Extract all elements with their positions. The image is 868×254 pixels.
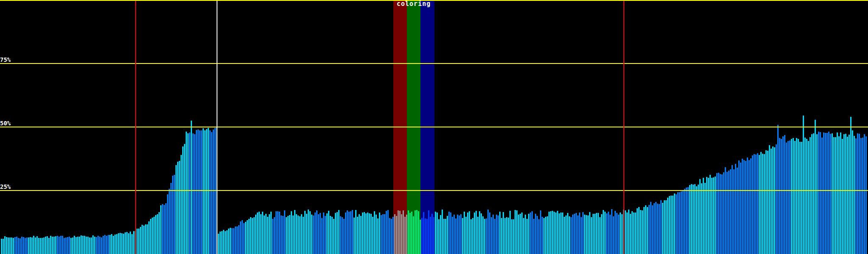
coloring-label: coloring: [397, 0, 431, 8]
coverage-bar-chart: 75%50%25% coloring: [0, 0, 868, 254]
labels-layer: coloring: [0, 0, 868, 254]
